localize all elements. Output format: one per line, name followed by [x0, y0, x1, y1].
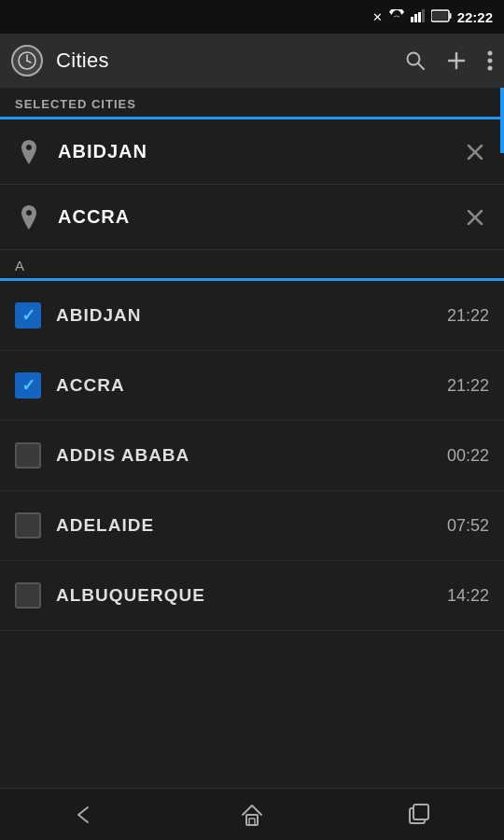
svg-rect-25: [413, 805, 428, 819]
svg-line-10: [27, 61, 31, 63]
svg-point-17: [488, 66, 493, 71]
checkmark-accra: ✓: [21, 375, 35, 396]
scroll-indicator: [500, 88, 504, 153]
list-item-albuquerque[interactable]: ALBUQUERQUE 14:22: [0, 561, 504, 631]
city-name-addis-ababa: ADDIS ABABA: [56, 445, 432, 466]
svg-point-15: [488, 51, 493, 56]
pin-icon-accra: [15, 205, 43, 230]
checkmark-abidjan: ✓: [21, 305, 35, 326]
list-item-addis-ababa[interactable]: ADDIS ABABA 00:22: [0, 421, 504, 491]
svg-rect-5: [449, 13, 451, 19]
selected-cities-label: SELECTED CITIES: [15, 97, 489, 111]
clock-icon[interactable]: [11, 45, 43, 77]
svg-rect-1: [414, 14, 417, 22]
search-button[interactable]: [405, 50, 426, 71]
letter-a-label: A: [15, 258, 24, 273]
no-signal-icon: ✕: [372, 10, 383, 24]
svg-rect-3: [422, 9, 425, 22]
svg-rect-6: [432, 11, 447, 20]
page-title: Cities: [56, 49, 392, 73]
svg-line-12: [418, 63, 424, 69]
toolbar: Cities: [0, 34, 504, 88]
home-button[interactable]: [224, 794, 280, 835]
city-time-adelaide: 07:52: [447, 516, 489, 536]
selected-cities-section: SELECTED CITIES: [0, 88, 504, 119]
checkbox-accra[interactable]: ✓: [15, 372, 41, 399]
section-divider: [0, 117, 504, 119]
recent-apps-button[interactable]: [392, 794, 448, 835]
checkbox-abidjan[interactable]: ✓: [15, 302, 41, 329]
selected-city-abidjan[interactable]: ABIDJAN: [0, 119, 504, 185]
checkbox-adelaide[interactable]: [15, 512, 41, 539]
pin-icon-abidjan: [15, 140, 43, 164]
city-name-accra: ACCRA: [56, 375, 432, 396]
city-time-addis-ababa: 00:22: [447, 446, 489, 466]
checkbox-addis-ababa[interactable]: [15, 442, 41, 469]
status-bar: ✕ 22:22: [0, 0, 504, 34]
bottom-nav: [0, 788, 504, 840]
list-item-accra[interactable]: ✓ ACCRA 21:22: [0, 351, 504, 421]
letter-a-header: A: [0, 250, 504, 278]
toolbar-actions: [405, 50, 493, 71]
more-options-button[interactable]: [487, 50, 493, 71]
list-item-abidjan[interactable]: ✓ ABIDJAN 21:22: [0, 281, 504, 351]
status-time: 22:22: [457, 9, 493, 25]
city-time-accra: 21:22: [447, 376, 489, 396]
status-icons: ✕ 22:22: [372, 9, 493, 25]
svg-rect-22: [246, 815, 258, 825]
back-button[interactable]: [56, 794, 112, 835]
wifi-icon: [388, 9, 405, 25]
city-time-abidjan: 21:22: [447, 306, 489, 326]
remove-abidjan-button[interactable]: [461, 144, 489, 161]
checkbox-albuquerque[interactable]: [15, 582, 41, 609]
city-name-abidjan: ABIDJAN: [56, 305, 432, 326]
remove-accra-button[interactable]: [461, 209, 489, 226]
signal-icon: [411, 9, 426, 25]
selected-city-name-accra: ACCRA: [58, 206, 446, 228]
svg-rect-2: [418, 12, 421, 22]
battery-icon: [431, 9, 452, 25]
city-time-albuquerque: 14:22: [447, 586, 489, 606]
add-button[interactable]: [446, 50, 467, 71]
svg-point-16: [488, 59, 493, 63]
selected-city-accra[interactable]: ACCRA: [0, 185, 504, 250]
svg-rect-23: [249, 819, 255, 825]
city-name-albuquerque: ALBUQUERQUE: [56, 585, 432, 606]
list-item-adelaide[interactable]: ADELAIDE 07:52: [0, 491, 504, 561]
selected-cities-header: SELECTED CITIES: [0, 88, 504, 117]
selected-city-name-abidjan: ABIDJAN: [58, 141, 446, 162]
content-area: SELECTED CITIES ABIDJAN ACCRA: [0, 88, 504, 788]
city-name-adelaide: ADELAIDE: [56, 515, 432, 536]
svg-rect-0: [411, 17, 413, 22]
